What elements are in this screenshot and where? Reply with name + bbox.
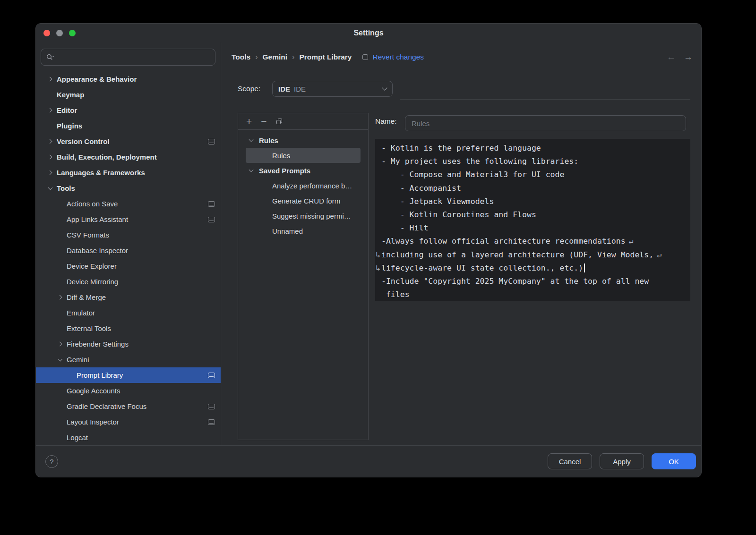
chevron-spacer [58,414,67,430]
prompt-group-label: Rules [259,136,278,144]
add-prompt-button[interactable]: + [246,117,252,126]
soft-wrap-continuation-icon: ↳ [376,262,380,275]
sidebar-item-google-accounts[interactable]: Google Accounts [36,383,221,399]
monitor-icon [208,419,215,425]
search-input[interactable] [59,53,210,62]
chevron-right-icon[interactable] [48,102,57,118]
sidebar-item-database-inspector[interactable]: Database Inspector [36,243,221,258]
back-arrow-icon[interactable]: ← [667,52,676,62]
prompt-editor[interactable]: - Kotlin is the preferred language - My … [375,139,690,301]
prompt-item-label: Analyze performance b… [272,182,352,190]
prompt-list-toolbar: + − [238,113,368,130]
prompt-item-label: Rules [272,152,290,160]
chevron-spacer [58,399,67,414]
chevron-down-icon[interactable] [249,133,259,148]
desktop-background: Settings Appearance & Behavior Keymap Ed… [0,0,756,535]
dialog-buttons: Cancel Apply OK [548,453,696,469]
sidebar-item-keymap[interactable]: Keymap [36,87,221,102]
forward-arrow-icon[interactable]: → [684,52,693,62]
sidebar-item-languages-frameworks[interactable]: Languages & Frameworks [36,165,221,180]
editor-line: - Jetpack Viewmodels [381,195,687,208]
chevron-right-icon[interactable] [48,165,57,180]
sidebar-item-device-mirroring[interactable]: Device Mirroring [36,274,221,289]
sidebar-item-build-execution-deployment[interactable]: Build, Execution, Deployment [36,149,221,165]
apply-button[interactable]: Apply [600,453,644,469]
sidebar-item-layout-inspector[interactable]: Layout Inspector [36,414,221,430]
sidebar-item-label: Emulator [67,309,95,317]
prompt-item-rules[interactable]: Rules [246,148,361,163]
sidebar-item-csv-formats[interactable]: CSV Formats [36,227,221,243]
sidebar-item-prompt-library[interactable]: Prompt Library [36,367,221,383]
dialog-footer: ? Cancel Apply OK [36,445,701,477]
sidebar-item-device-explorer[interactable]: Device Explorer [36,258,221,274]
sidebar-item-label: Device Mirroring [67,278,118,286]
chevron-right-icon[interactable] [58,289,67,305]
sidebar-item-plugins[interactable]: Plugins [36,118,221,134]
sidebar-item-appearance-behavior[interactable]: Appearance & Behavior [36,71,221,87]
sidebar-item-external-tools[interactable]: External Tools [36,321,221,336]
search-icon[interactable] [46,53,55,61]
chevron-right-icon[interactable] [58,336,67,352]
sidebar-item-label: App Links Assistant [67,215,128,223]
prompt-item-unnamed[interactable]: Unnamed [246,223,361,238]
sidebar-item-gemini[interactable]: Gemini [36,352,221,367]
chevron-spacer [58,243,67,258]
settings-search-field[interactable] [41,49,215,66]
prompt-item-suggest-missing-permissions[interactable]: Suggest missing permi… [246,208,361,223]
prompt-item-label: Unnamed [272,227,303,235]
breadcrumb-tools[interactable]: Tools [232,53,250,61]
sidebar-item-label: CSV Formats [67,231,109,239]
close-window-button[interactable] [43,30,50,36]
chevron-down-icon[interactable] [58,352,67,367]
chevron-spacer [48,118,57,134]
prompt-list-panel: + − Rules Rules Saved Prompts Analyze pe… [238,113,369,440]
breadcrumb-gemini[interactable]: Gemini [263,53,288,61]
chevron-down-icon[interactable] [249,163,259,178]
chevron-spacer [58,227,67,243]
sidebar-item-label: External Tools [67,324,111,332]
sidebar-item-gradle-declarative-focus[interactable]: Gradle Declarative Focus [36,399,221,414]
sidebar-item-actions-on-save[interactable]: Actions on Save [36,196,221,212]
soft-wrap-icon: ↵ [629,237,634,246]
sidebar-item-label: Layout Inspector [67,418,119,426]
minimize-window-button[interactable] [56,30,63,36]
sidebar-item-editor[interactable]: Editor [36,102,221,118]
scope-select[interactable]: IDE IDE [272,81,393,97]
breadcrumb-separator: › [292,53,294,61]
sidebar-item-version-control[interactable]: Version Control [36,134,221,149]
settings-sidebar: Appearance & Behavior Keymap Editor Plug… [36,42,221,446]
sidebar-item-diff-merge[interactable]: Diff & Merge [36,289,221,305]
chevron-down-icon[interactable] [48,180,57,196]
help-button[interactable]: ? [45,455,58,468]
editor-line: - Hilt [381,221,687,235]
sidebar-item-label: Languages & Frameworks [57,169,145,177]
remove-prompt-button[interactable]: − [261,117,266,126]
sidebar-item-logcat[interactable]: Logcat [36,430,221,445]
sidebar-item-label: Keymap [57,91,84,99]
cancel-button[interactable]: Cancel [548,453,592,469]
prompt-group-saved-prompts[interactable]: Saved Prompts [246,163,361,178]
sidebar-item-firebender-settings[interactable]: Firebender Settings [36,336,221,352]
prompt-item-analyze-performance[interactable]: Analyze performance b… [246,178,361,193]
sidebar-item-app-links-assistant[interactable]: App Links Assistant [36,212,221,227]
window-title: Settings [353,29,383,37]
copy-prompt-icon[interactable] [276,118,284,125]
sidebar-item-label: Device Explorer [67,262,117,270]
chevron-spacer [58,321,67,336]
ok-button[interactable]: OK [652,453,696,469]
editor-line: - Compose and Material3 for UI code [381,168,687,181]
sidebar-item-label: Editor [57,106,77,114]
chevron-spacer [58,212,67,227]
sidebar-item-tools[interactable]: Tools [36,180,221,196]
chevron-right-icon[interactable] [48,134,57,149]
prompt-group-rules[interactable]: Rules [246,133,361,148]
prompt-item-generate-crud-form[interactable]: Generate CRUD form [246,193,361,208]
sidebar-item-emulator[interactable]: Emulator [36,305,221,321]
chevron-right-icon[interactable] [48,149,57,165]
chevron-right-icon[interactable] [48,71,57,87]
prompt-name-input[interactable]: Rules [405,115,686,131]
zoom-window-button[interactable] [69,30,76,36]
editor-line: -Include "Copyright 2025 MyCompany" at t… [381,275,687,288]
scope-row: Scope: IDE IDE [221,81,701,97]
revert-changes-link[interactable]: Revert changes [373,53,424,61]
